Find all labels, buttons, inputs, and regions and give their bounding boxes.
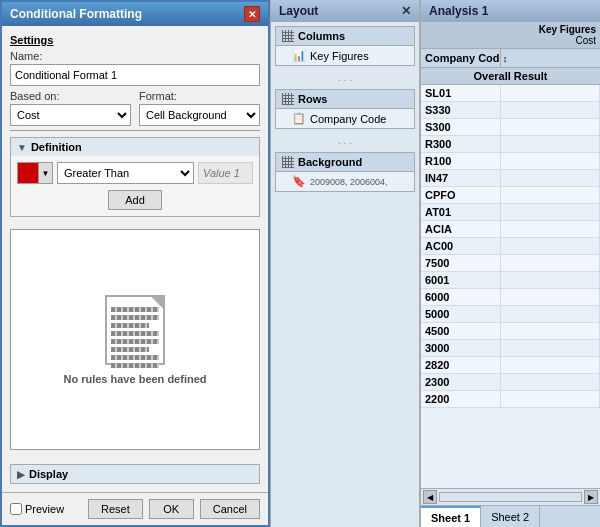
analysis-title: Analysis 1 — [429, 4, 488, 18]
company-cell: S330 — [421, 102, 501, 118]
company-code-item[interactable]: 📋 Company Code — [276, 109, 414, 128]
table-row: IN47 — [421, 170, 600, 187]
value-cell — [501, 272, 600, 288]
company-cell: R100 — [421, 153, 501, 169]
ok-button[interactable]: OK — [149, 499, 194, 519]
value-cell — [501, 238, 600, 254]
company-cell: IN47 — [421, 170, 501, 186]
scroll-right-button[interactable]: ▶ — [584, 490, 598, 504]
value-cell — [501, 136, 600, 152]
cancel-button[interactable]: Cancel — [200, 499, 260, 519]
sheet1-tab[interactable]: Sheet 1 — [421, 506, 481, 527]
preview-line-3 — [111, 323, 149, 328]
rows-label: Rows — [298, 93, 327, 105]
table-row: 6001 — [421, 272, 600, 289]
definition-section: ▼ Definition ▼ Greater Than Add — [10, 137, 260, 217]
analysis-column-headers: Company Cod ↕ — [421, 49, 600, 68]
definition-header[interactable]: ▼ Definition — [11, 138, 259, 156]
display-header[interactable]: ▶ Display — [11, 465, 259, 483]
preview-line-2 — [111, 315, 159, 320]
value-cell — [501, 85, 600, 101]
add-button[interactable]: Add — [108, 190, 162, 210]
table-row: R300 — [421, 136, 600, 153]
reset-button[interactable]: Reset — [88, 499, 143, 519]
company-cell: 3000 — [421, 340, 501, 356]
columns-header: Columns — [276, 27, 414, 46]
company-cell: AT01 — [421, 204, 501, 220]
preview-checkbox[interactable] — [10, 503, 22, 515]
table-row: 2820 — [421, 357, 600, 374]
table-row: ACIA — [421, 221, 600, 238]
company-cell: S300 — [421, 119, 501, 135]
preview-check-area: Preview — [10, 503, 64, 515]
name-field-row: Name: — [10, 50, 260, 86]
value-cell — [501, 306, 600, 322]
value-input[interactable] — [198, 162, 253, 184]
name-label: Name: — [10, 50, 260, 62]
table-row: AC00 — [421, 238, 600, 255]
layout-panel: Layout ✕ Columns 📊 Key Figures . . . Row… — [270, 0, 420, 527]
key-figures-item[interactable]: 📊 Key Figures — [276, 46, 414, 65]
company-cell: 5000 — [421, 306, 501, 322]
overall-result-row: Overall Result — [421, 68, 600, 85]
swatch-dropdown-icon: ▼ — [38, 163, 52, 183]
preview-line-8 — [111, 363, 159, 368]
sheet2-tab[interactable]: Sheet 2 — [481, 506, 540, 527]
table-row: CPFO — [421, 187, 600, 204]
columns-section: Columns 📊 Key Figures — [275, 26, 415, 66]
table-row: S300 — [421, 119, 600, 136]
dialog-titlebar: Conditional Formatting ✕ — [2, 2, 268, 26]
background-value: 2009008, 2006004, — [310, 177, 388, 187]
display-section: ▶ Display — [10, 464, 260, 484]
scroll-left-button[interactable]: ◀ — [423, 490, 437, 504]
settings-title: Settings — [10, 34, 260, 46]
background-header: Background — [276, 153, 414, 172]
background-section: Background 🔖 2009008, 2006004, — [275, 152, 415, 192]
table-row: 4500 — [421, 323, 600, 340]
analysis-panel: Analysis 1 Key Figures Cost Company Cod … — [420, 0, 600, 527]
format-select[interactable]: Cell Background — [139, 104, 260, 126]
separator-2: . . . — [271, 133, 419, 148]
value-cell — [501, 187, 600, 203]
background-value-item[interactable]: 🔖 2009008, 2006004, — [276, 172, 414, 191]
color-swatch-button[interactable]: ▼ — [17, 162, 53, 184]
definition-content: ▼ Greater Than Add — [11, 156, 259, 216]
table-row: AT01 — [421, 204, 600, 221]
company-cell: 2820 — [421, 357, 501, 373]
preview-line-7 — [111, 355, 159, 360]
rows-section: Rows 📋 Company Code — [275, 89, 415, 129]
layout-close-icon[interactable]: ✕ — [401, 4, 411, 18]
dialog-title: Conditional Formatting — [10, 7, 142, 21]
company-cell: AC00 — [421, 238, 501, 254]
definition-label: Definition — [31, 141, 82, 153]
value-cell — [501, 289, 600, 305]
based-on-col: Based on: Cost — [10, 90, 131, 126]
definition-arrow: ▼ — [17, 142, 27, 153]
table-row: 2300 — [421, 374, 600, 391]
name-input[interactable] — [10, 64, 260, 86]
value-cell — [501, 170, 600, 186]
company-cell: 2200 — [421, 391, 501, 407]
columns-label: Columns — [298, 30, 345, 42]
preview-label: Preview — [25, 503, 64, 515]
background-icon: 🔖 — [292, 175, 306, 188]
condition-select[interactable]: Greater Than — [57, 162, 194, 184]
company-cell: ACIA — [421, 221, 501, 237]
key-figures-icon: 📊 — [292, 49, 306, 62]
table-row: 2200 — [421, 391, 600, 408]
analysis-body: Key Figures Cost Company Cod ↕ Overall R… — [421, 22, 600, 527]
based-on-select[interactable]: Cost — [10, 104, 131, 126]
separator-1: . . . — [271, 70, 419, 85]
background-grid-icon — [282, 156, 294, 168]
columns-grid-icon — [282, 30, 294, 42]
scroll-track[interactable] — [439, 492, 582, 502]
definition-row: ▼ Greater Than — [17, 162, 253, 184]
sheet-tabs: Sheet 1 Sheet 2 — [421, 505, 600, 527]
scroll-controls: ◀ ▶ — [421, 488, 600, 505]
rows-grid-icon — [282, 93, 294, 105]
layout-title: Layout — [279, 4, 318, 18]
dialog-close-button[interactable]: ✕ — [244, 6, 260, 22]
value-cell — [501, 221, 600, 237]
company-cell: 4500 — [421, 323, 501, 339]
value-cell — [501, 255, 600, 271]
